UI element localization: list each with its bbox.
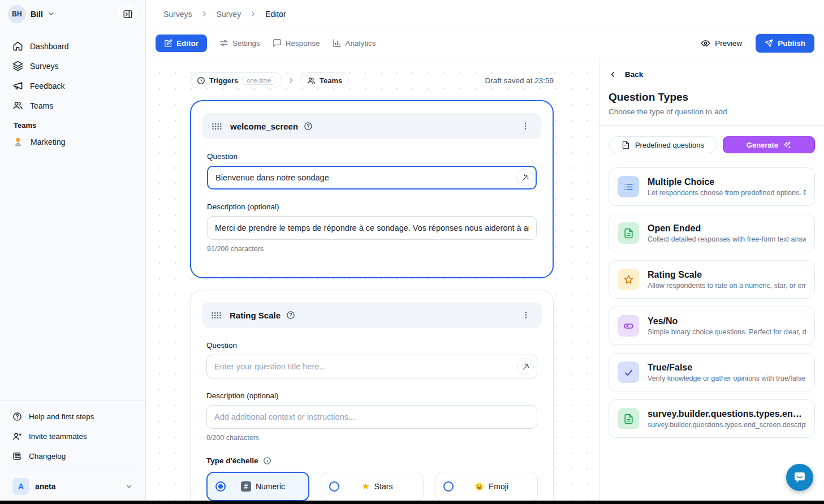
home-icon: [12, 41, 23, 51]
send-icon: [765, 39, 773, 48]
kebab-menu-icon: [521, 122, 530, 131]
users-icon: [12, 100, 23, 111]
type-description: Allow respondents to rate on a numeric, …: [648, 282, 806, 290]
question-description-input[interactable]: [206, 405, 537, 429]
sidebar-item-label: Marketing: [31, 137, 65, 147]
editor-canvas: Triggers one-time Teams Draft saved at 2…: [146, 58, 599, 504]
type-card-multiple-choice[interactable]: Multiple Choice Let respondents choose f…: [609, 167, 815, 206]
type-card-open-ended[interactable]: Open Ended Collect detailed responses wi…: [609, 214, 815, 252]
sidebar-nav: Dashboard Surveys Feedback Teams Teams: [0, 28, 145, 154]
message-icon: [273, 38, 282, 48]
sidebar-item-team-marketing[interactable]: Marketing: [6, 132, 140, 152]
type-description: survey.builder.questions.types.end_scree…: [648, 421, 806, 429]
teams-section-label: Teams: [6, 115, 140, 132]
radio-unselected[interactable]: [443, 481, 454, 492]
org-avatar: A: [12, 478, 29, 495]
type-card-end-screen[interactable]: survey.builder.questions.types.end_scr..…: [609, 399, 815, 438]
list-icon: [618, 176, 639, 197]
radio-selected[interactable]: [215, 481, 226, 492]
scale-option-emoji[interactable]: Emoji: [435, 472, 538, 501]
publish-button[interactable]: Publish: [756, 34, 814, 53]
tab-response[interactable]: Response: [273, 38, 320, 48]
char-count: 0/200 characters: [206, 434, 537, 442]
card-menu-button[interactable]: [519, 119, 532, 133]
users-icon: [307, 76, 316, 85]
tab-settings[interactable]: Settings: [219, 38, 260, 48]
type-name: survey.builder.questions.types.end_scr..…: [648, 409, 806, 419]
chevron-right-icon: [200, 10, 209, 18]
magic-wand-icon: [521, 363, 530, 371]
sidebar-item-label: Dashboard: [30, 42, 69, 51]
sidebar-header: BH Bill: [0, 0, 145, 28]
triggers-pill[interactable]: Triggers one-time: [190, 72, 282, 88]
avatar[interactable]: BH: [8, 5, 26, 23]
hash-keycap-emoji: #: [241, 481, 251, 492]
layers-icon: [12, 61, 23, 71]
type-card-rating-scale[interactable]: Rating Scale Allow respondents to rate o…: [609, 260, 815, 299]
toggle-icon: [618, 315, 639, 337]
help-circle-icon[interactable]: [286, 311, 295, 320]
sidebar-toggle-button[interactable]: [118, 5, 137, 24]
tab-label: Response: [286, 39, 320, 48]
sidebar-item-dashboard[interactable]: Dashboard: [6, 36, 140, 56]
sidebar-item-feedback[interactable]: Feedback: [6, 76, 140, 96]
card-menu-button[interactable]: [519, 308, 533, 322]
sidebar-item-label: Changelog: [29, 452, 66, 460]
sidebar-item-help[interactable]: Help and first steps: [6, 407, 140, 427]
scale-option-numeric[interactable]: # Numeric: [206, 472, 309, 501]
sidebar-item-label: Teams: [30, 101, 53, 110]
file-text-icon: [618, 222, 639, 244]
type-card-yes-no[interactable]: Yes/No Simple binary choice questions. P…: [609, 307, 815, 345]
help-circle-icon[interactable]: [304, 122, 313, 131]
user-name[interactable]: Bill: [31, 10, 43, 19]
breadcrumb-surveys[interactable]: Surveys: [163, 10, 192, 19]
scale-option-stars[interactable]: ★ Stars: [321, 472, 424, 501]
generate-label: Generate: [747, 141, 778, 149]
chevron-right-icon: [249, 10, 257, 18]
breadcrumb-editor: Editor: [265, 10, 286, 19]
question-description-input[interactable]: [207, 216, 537, 240]
breadcrumb-survey[interactable]: Survey: [217, 10, 241, 19]
chevron-down-icon[interactable]: [48, 10, 55, 18]
sidebar: BH Bill Dashboard Surveys F: [0, 0, 146, 504]
org-name: aneta: [35, 482, 56, 491]
scale-option-label: Stars: [374, 482, 393, 491]
smiley-emoji: [474, 482, 484, 492]
help-circle-icon: [12, 412, 22, 421]
info-icon[interactable]: [263, 456, 271, 465]
type-description: Verify knowledge or gather opinions with…: [648, 374, 806, 382]
drag-handle-icon[interactable]: [212, 122, 222, 131]
kebab-menu-icon: [521, 311, 530, 320]
description-label: Description (optional): [206, 391, 537, 400]
question-card-rating-scale[interactable]: Rating Scale Question D: [190, 290, 554, 504]
type-name: True/False: [648, 363, 806, 373]
draft-status: Draft saved at 23:59: [485, 76, 554, 85]
ai-rewrite-button[interactable]: [517, 358, 534, 375]
back-label: Back: [625, 70, 643, 79]
chat-launcher-button[interactable]: [786, 464, 813, 491]
sidebar-item-invite[interactable]: Invite teammates: [6, 427, 140, 446]
sidebar-item-teams[interactable]: Teams: [6, 96, 140, 115]
teams-pill[interactable]: Teams: [300, 72, 349, 88]
sidebar-item-label: Help and first steps: [29, 412, 94, 421]
preview-button[interactable]: Preview: [701, 38, 742, 48]
question-title-input[interactable]: [207, 166, 537, 189]
edit-icon: [164, 39, 172, 48]
publish-label: Publish: [778, 39, 805, 48]
radio-unselected[interactable]: [329, 481, 339, 492]
tab-analytics[interactable]: Analytics: [333, 38, 376, 48]
predefined-questions-button[interactable]: Predefined questions: [609, 136, 717, 153]
type-card-true-false[interactable]: True/False Verify knowledge or gather op…: [609, 353, 815, 391]
sidebar-item-surveys[interactable]: Surveys: [6, 56, 140, 76]
org-switcher[interactable]: A aneta: [6, 471, 140, 504]
tab-editor[interactable]: Editor: [156, 35, 207, 52]
drag-handle-icon[interactable]: [211, 311, 222, 320]
generate-button[interactable]: Generate: [723, 136, 815, 153]
sidebar-item-changelog[interactable]: Changelog: [6, 446, 140, 466]
ai-rewrite-button[interactable]: [516, 169, 533, 186]
question-card-welcome-screen[interactable]: welcome_screen Question: [190, 100, 554, 278]
back-button[interactable]: Back: [609, 70, 815, 79]
teams-pill-label: Teams: [320, 76, 342, 85]
triggers-label: Triggers: [209, 76, 238, 85]
question-title-input[interactable]: [206, 355, 537, 378]
